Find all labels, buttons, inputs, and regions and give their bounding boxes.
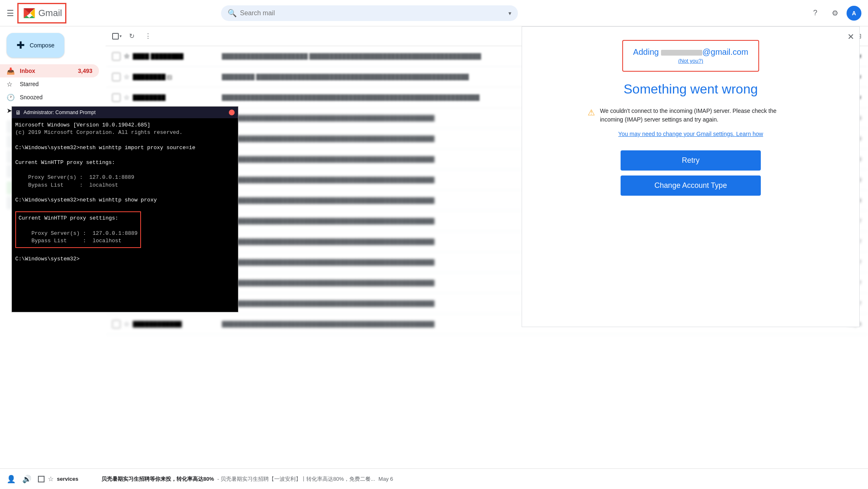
email-sender: ████████████ — [133, 321, 215, 328]
starred-icon: ☆ — [7, 80, 15, 88]
snoozed-icon: 🕐 — [7, 94, 15, 101]
checkbox-square-icon — [112, 33, 119, 40]
email-sender: ████████ 2 — [133, 74, 215, 80]
header-icons: ? ⚙ A — [807, 5, 861, 21]
email-checkbox[interactable] — [112, 94, 120, 102]
cmd-titlebar: 🖥 Administrator: Command Prompt — [12, 107, 238, 118]
email-checkbox[interactable] — [112, 52, 120, 61]
cmd-line: Current WinHTTP proxy settings: — [15, 159, 235, 166]
toolbar-left: ▾ ↻ ⋮ — [112, 30, 155, 43]
email-checkbox[interactable] — [112, 320, 120, 328]
cmd-line: Bypass List : localhost — [15, 182, 235, 189]
bottom-star-icon[interactable]: ☆ — [48, 475, 54, 483]
settings-icon: ⚙ — [832, 9, 838, 18]
star-icon[interactable]: ☆ — [124, 52, 129, 60]
cmd-line: C:\Windows\system32> — [15, 255, 235, 263]
bottom-subject-normal: - 贝壳暑期实习生招聘【一波安利】丨转化率高达80%，免费二餐... — [217, 475, 375, 483]
cmd-close-button[interactable] — [229, 110, 235, 115]
cmd-line: C:\Windows\system32>netsh winhttp show p… — [15, 197, 235, 204]
bottom-email-time: May 6 — [379, 476, 393, 482]
compose-plus-icon: ✚ — [16, 40, 25, 51]
sidebar-item-snoozed[interactable]: 🕐 Snoozed — [0, 91, 99, 104]
error-message-area: ⚠ We couldn't connect to the incoming (I… — [588, 107, 794, 124]
cmd-window: 🖥 Administrator: Command Prompt Microsof… — [12, 106, 238, 312]
account-email: Adding @gmail.com — [633, 47, 748, 57]
more-icon: ⋮ — [145, 32, 151, 40]
cmd-line-highlighted: Proxy Server(s) : 127.0.0.1:8889 — [19, 230, 138, 237]
error-settings-link[interactable]: You may need to change your Gmail settin… — [618, 131, 763, 137]
warning-icon: ⚠ — [588, 108, 595, 117]
account-box: Adding @gmail.com (Not you?) — [622, 40, 759, 72]
inbox-badge: 3,493 — [78, 68, 92, 74]
cmd-line-highlighted: Bypass List : localhost — [19, 237, 138, 245]
sidebar-item-starred[interactable]: ☆ Starred — [0, 77, 99, 91]
cmd-line: Microsoft Windows [Version 10.0.19042.68… — [15, 122, 235, 129]
compose-label: Compose — [30, 42, 54, 49]
bottom-bar: 👤 🔊 ☆ services 贝壳暑期实习生招聘等你来投，转化率高达80% - … — [0, 468, 868, 489]
search-icon: 🔍 — [228, 9, 237, 18]
more-options-button[interactable]: ⋮ — [141, 30, 155, 43]
email-sender: ████████ — [133, 94, 215, 101]
snoozed-label: Snoozed — [20, 94, 92, 101]
gmail-label: Gmail — [38, 8, 62, 19]
star-icon[interactable]: ☆ — [124, 73, 129, 81]
email-checkbox[interactable] — [112, 73, 120, 81]
select-dropdown-icon[interactable]: ▾ — [120, 34, 122, 38]
cmd-title-icon: 🖥 — [15, 109, 21, 116]
inbox-label: Inbox — [20, 68, 78, 74]
bottom-sender: services — [57, 476, 98, 482]
retry-button[interactable]: Retry — [621, 150, 761, 171]
person-icon[interactable]: 👤 — [7, 475, 16, 484]
refresh-button[interactable]: ↻ — [125, 30, 138, 43]
gmail-header: ☰ Gmail 🔍 ▾ ? ⚙ A — [0, 0, 868, 26]
help-icon: ? — [813, 9, 817, 17]
error-dialog: ✕ Adding @gmail.com (Not you?) Something… — [522, 26, 860, 327]
cmd-line: C:\Windows\system32>netsh winhttp import… — [15, 144, 235, 152]
avatar-initial: A — [852, 10, 856, 16]
bottom-subject-bold: 贝壳暑期实习生招聘等你来投，转化率高达80% — [101, 475, 214, 483]
search-input[interactable] — [240, 9, 508, 17]
bottom-icons: 👤 🔊 — [7, 475, 31, 484]
cmd-highlighted-block: Current WinHTTP proxy settings: Proxy Se… — [15, 211, 141, 248]
cmd-line: Proxy Server(s) : 127.0.0.1:8889 — [15, 174, 235, 181]
change-account-button[interactable]: Change Account Type — [621, 175, 761, 196]
refresh-icon: ↻ — [129, 32, 134, 40]
search-dropdown-icon[interactable]: ▾ — [508, 10, 511, 16]
avatar[interactable]: A — [847, 6, 861, 21]
error-title: Something went wrong — [623, 82, 758, 97]
sidebar-item-inbox[interactable]: 📥 Inbox 3,493 — [0, 64, 99, 77]
email-sender: ████ ████████ — [133, 53, 215, 60]
dialog-close-button[interactable]: ✕ — [847, 32, 854, 42]
select-all-checkbox[interactable]: ▾ — [112, 33, 122, 40]
inbox-icon: 📥 — [7, 67, 15, 75]
bottom-checkbox[interactable] — [38, 476, 45, 482]
cmd-title-text: Administrator: Command Prompt — [24, 110, 229, 115]
hamburger-menu-icon[interactable]: ☰ — [7, 8, 14, 18]
cmd-body: Microsoft Windows [Version 10.0.19042.68… — [12, 118, 238, 312]
help-button[interactable]: ? — [807, 5, 823, 21]
not-you-link[interactable]: (Not you?) — [678, 58, 703, 64]
star-icon[interactable]: ☆ — [124, 320, 129, 328]
search-bar: 🔍 ▾ — [221, 5, 518, 21]
error-message-text: We couldn't connect to the incoming (IMA… — [600, 107, 794, 124]
bottom-email-row[interactable]: ☆ services 贝壳暑期实习生招聘等你来投，转化率高达80% - 贝壳暑期… — [38, 475, 393, 483]
settings-button[interactable]: ⚙ — [827, 5, 843, 21]
compose-button[interactable]: ✚ Compose — [7, 33, 64, 58]
cmd-line-highlighted: Current WinHTTP proxy settings: — [19, 215, 138, 222]
star-icon[interactable]: ☆ — [124, 94, 129, 101]
starred-label: Starred — [20, 81, 92, 87]
gmail-logo-box: Gmail — [17, 3, 66, 23]
gmail-m-icon — [22, 6, 37, 21]
cmd-line: (c) 2019 Microsoft Corporation. All righ… — [15, 129, 235, 136]
audio-icon[interactable]: 🔊 — [22, 475, 31, 484]
